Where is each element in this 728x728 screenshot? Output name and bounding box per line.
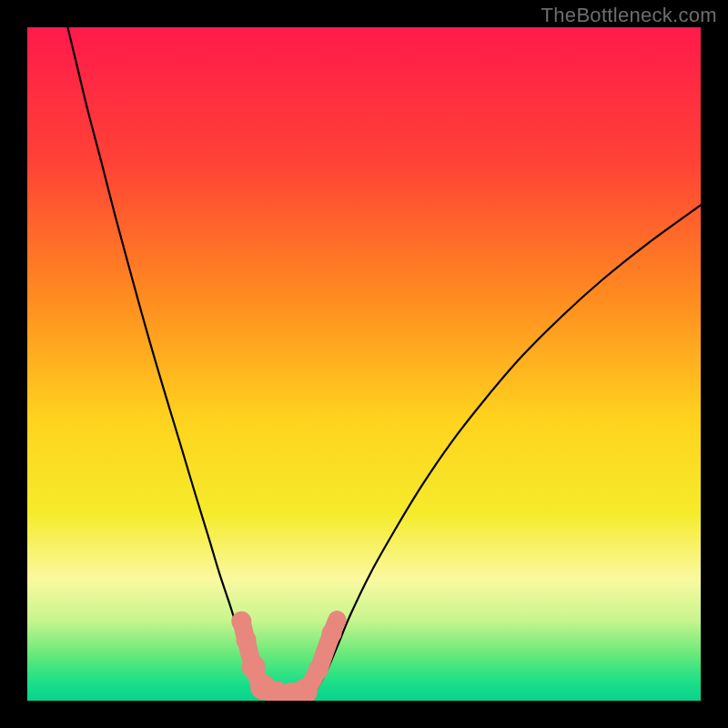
chart-frame: TheBottleneck.com (0, 0, 728, 728)
chart-svg (27, 27, 701, 701)
gradient-background (27, 27, 701, 701)
marker-dot (315, 646, 333, 664)
plot-area (27, 27, 701, 701)
marker-dot (231, 612, 251, 632)
marker-dot (237, 630, 257, 650)
watermark-text: TheBottleneck.com (541, 4, 717, 27)
marker-dot (328, 611, 346, 629)
